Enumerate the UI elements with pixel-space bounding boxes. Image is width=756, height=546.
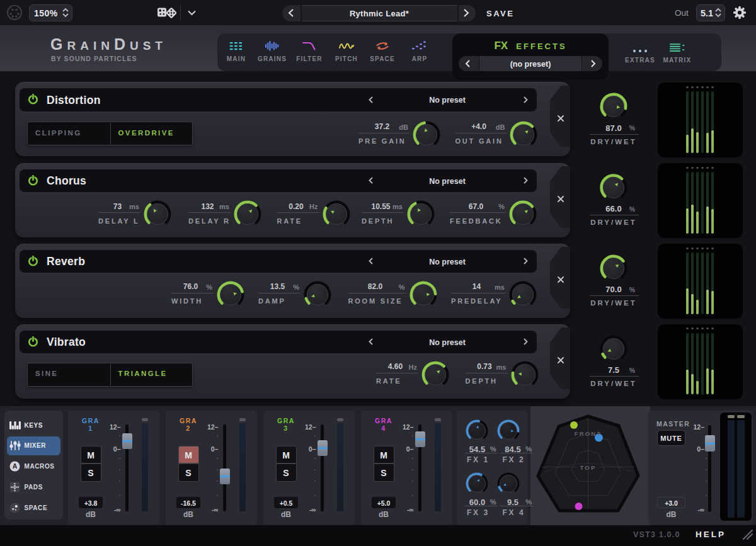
svg-text:A: A xyxy=(13,462,18,470)
